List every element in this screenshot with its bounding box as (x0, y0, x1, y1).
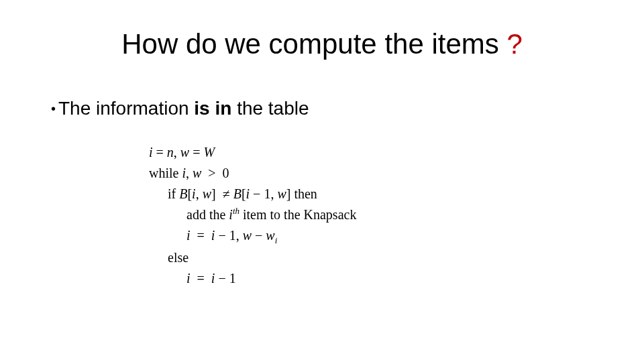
bullet-post: the table (231, 98, 309, 119)
code-line-4: add the ith item to the Knapsack (149, 204, 356, 225)
bullet-pre: The information (58, 98, 194, 119)
pseudocode-block: i = n, w = W while i, w > 0 if B[i, w] ≠… (149, 142, 356, 289)
code-line-6: else (149, 247, 356, 268)
code-line-1: i = n, w = W (149, 142, 356, 163)
code-line-3: if B[i, w] ≠ B[i − 1, w] then (149, 184, 356, 204)
bullet-bold: is in (194, 98, 231, 119)
title-question-mark: ? (506, 28, 522, 60)
title-text: How do we compute the items (121, 28, 506, 60)
code-line-7: i = i − 1 (149, 268, 356, 289)
code-line-5: i = i − 1, w − wi (149, 225, 356, 247)
bullet-dot: • (51, 101, 56, 116)
code-line-2: while i, w > 0 (149, 163, 356, 184)
slide-title: How do we compute the items ? (0, 28, 644, 60)
bullet-line: •The information is in the table (51, 98, 309, 119)
slide: How do we compute the items ? •The infor… (0, 0, 644, 362)
